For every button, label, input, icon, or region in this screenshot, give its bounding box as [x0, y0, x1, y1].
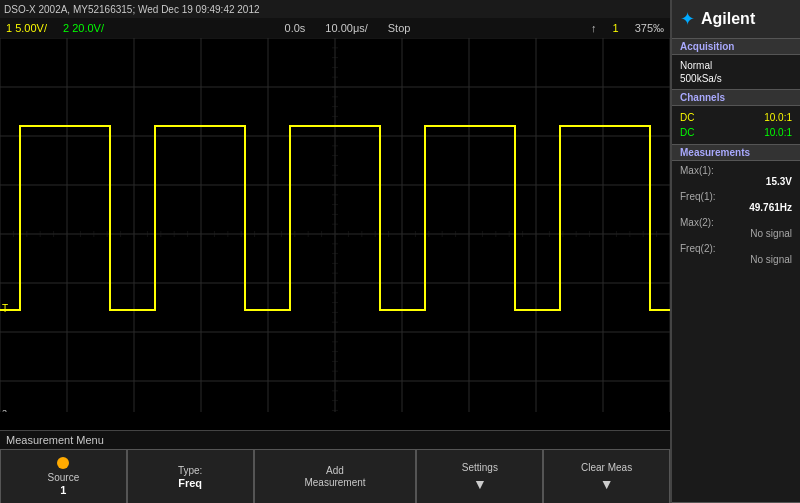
type-label: Type: [178, 465, 202, 477]
ground-marker-ch1: T [2, 303, 8, 314]
ch2-info: 2 20.0V/ [63, 22, 104, 34]
waveform-line [0, 126, 670, 310]
source-button[interactable]: Source 1 [0, 449, 127, 503]
meas-key-1: Freq(1): [680, 191, 792, 202]
measurements-section: Measurements Max(1): 15.3V Freq(1): 49.7… [672, 145, 800, 503]
settings-arrow: ▼ [473, 476, 487, 492]
meas-val-3: No signal [680, 254, 792, 265]
meas-val-1: 49.761Hz [680, 202, 792, 213]
ch1-val: 10.0:1 [764, 112, 792, 123]
ch2-val: 10.0:1 [764, 127, 792, 138]
source-indicator [57, 457, 69, 469]
time-scale: 10.00μs/ [325, 22, 367, 34]
acq-mode: Normal [680, 60, 712, 71]
type-button[interactable]: Type: Freq [127, 449, 254, 503]
add-label: Add Measurement [304, 465, 365, 489]
clear-label: Clear Meas [581, 462, 632, 474]
time-offset: 0.0s [285, 22, 306, 34]
run-mode: Stop [388, 22, 411, 34]
source-label: Source [48, 472, 80, 484]
title-bar: DSO-X 2002A, MY52166315; Wed Dec 19 09:4… [0, 0, 670, 18]
add-measurement-button[interactable]: Add Measurement [254, 449, 417, 503]
scope-screen: T 2 [0, 38, 670, 430]
ch1-label: DC [680, 112, 694, 123]
acq-rate: 500kSa/s [680, 73, 722, 84]
title-text: DSO-X 2002A, MY52166315; Wed Dec 19 09:4… [4, 4, 260, 15]
trigger-ch: 1 [613, 22, 619, 34]
type-value: Freq [178, 477, 202, 489]
channels-section: Channels DC 10.0:1 DC 10.0:1 [672, 90, 800, 145]
meas-val-2: No signal [680, 228, 792, 239]
meas-key-3: Freq(2): [680, 243, 792, 254]
clear-arrow: ▼ [600, 476, 614, 492]
meas-val-0: 15.3V [680, 176, 792, 187]
settings-label: Settings [462, 462, 498, 474]
menu-buttons: Source 1 Type: Freq Add Measurement Sett… [0, 449, 670, 503]
waveform-svg [0, 38, 670, 430]
source-value: 1 [60, 484, 66, 496]
trigger-val: 375‰ [635, 22, 664, 34]
info-bar: 1 5.00V/ 2 20.0V/ 0.0s 10.00μs/ Stop ↑ 1… [0, 18, 670, 38]
meas-item-2: Max(2): No signal [680, 217, 792, 239]
agilent-logo-icon: ✦ [680, 8, 695, 30]
acquisition-title: Acquisition [672, 39, 800, 55]
agilent-header: ✦ Agilent [672, 0, 800, 39]
right-panel: ✦ Agilent Acquisition Normal 500kSa/s Ch… [670, 0, 800, 503]
channels-title: Channels [672, 90, 800, 106]
meas-key-2: Max(2): [680, 217, 792, 228]
scope-bottom-label [0, 412, 670, 430]
trigger-arrow: ↑ [591, 22, 597, 34]
clear-meas-button[interactable]: Clear Meas ▼ [543, 449, 670, 503]
menu-label: Measurement Menu [0, 431, 670, 449]
meas-key-0: Max(1): [680, 165, 792, 176]
ch1-info: 1 5.00V/ [6, 22, 47, 34]
settings-button[interactable]: Settings ▼ [416, 449, 543, 503]
acquisition-section: Acquisition Normal 500kSa/s [672, 39, 800, 90]
ch2-label: DC [680, 127, 694, 138]
meas-item-0: Max(1): 15.3V [680, 165, 792, 187]
brand-name: Agilent [701, 10, 755, 28]
meas-item-3: Freq(2): No signal [680, 243, 792, 265]
meas-item-1: Freq(1): 49.761Hz [680, 191, 792, 213]
menu-bar: Measurement Menu Source 1 Type: Freq Add… [0, 430, 670, 503]
measurements-title: Measurements [672, 145, 800, 161]
